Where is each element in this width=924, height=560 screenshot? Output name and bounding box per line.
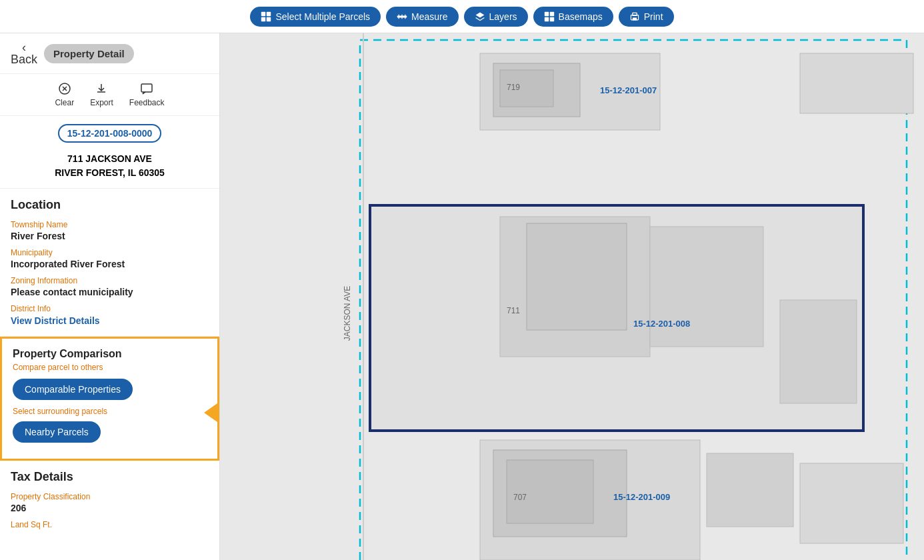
comparable-properties-button[interactable]: Comparable Properties [13, 379, 133, 400]
address-line1: 711 JACKSON AVE [11, 152, 209, 166]
tax-title: Tax Details [11, 470, 209, 484]
svg-rect-1 [267, 11, 271, 15]
export-button[interactable]: Export [90, 82, 113, 107]
zoning-value: Please contact municipality [11, 287, 209, 297]
zoning-label: Zoning Information [11, 276, 209, 285]
svg-rect-10 [549, 11, 553, 15]
municipality-label: Municipality [11, 248, 209, 257]
toolbar: Select Multiple Parcels Measure Layers B… [0, 0, 924, 33]
print-button[interactable]: Print [619, 7, 674, 27]
svg-rect-3 [267, 17, 271, 21]
parcel-id-008: 15-12-201-008 [633, 319, 690, 329]
parcel-short-711: 711 [507, 306, 520, 315]
township-name-label: Township Name [11, 220, 209, 229]
svg-rect-12 [549, 17, 553, 21]
location-section: Location Township Name River Forest Muni… [0, 189, 219, 337]
back-label: Back [11, 53, 37, 65]
panel-header: ‹ Back Property Detail [0, 33, 219, 74]
panel-actions: Clear Export Feedback [0, 74, 219, 116]
street-label: JACKSON AVE [343, 286, 352, 341]
layers-button[interactable]: Layers [464, 7, 528, 27]
left-panel: ‹ Back Property Detail Clear Export [0, 33, 220, 560]
svg-rect-30 [650, 227, 763, 347]
select-multiple-parcels-button[interactable]: Select Multiple Parcels [250, 7, 381, 27]
township-name-value: River Forest [11, 231, 209, 241]
grid-icon [261, 11, 271, 22]
comparison-subtitle: Compare parcel to others [13, 363, 207, 372]
comparison-title: Property Comparison [13, 348, 207, 360]
parcel-short-719: 719 [507, 83, 520, 92]
svg-rect-14 [633, 17, 637, 20]
svg-rect-35 [707, 453, 793, 527]
feedback-button[interactable]: Feedback [129, 82, 165, 107]
svg-rect-11 [544, 17, 548, 21]
parcel-id-009: 15-12-201-009 [613, 492, 670, 502]
parcel-short-707: 707 [513, 493, 527, 502]
measure-icon [397, 11, 407, 22]
map-svg: JACKSON AVE 719 15-12-201-007 711 15-12-… [220, 33, 924, 560]
clear-button[interactable]: Clear [55, 82, 74, 107]
svg-rect-37 [800, 463, 903, 543]
address-line2: RIVER FOREST, IL 60305 [11, 166, 209, 180]
surrounding-label: Select surrounding parcels [13, 407, 207, 416]
svg-rect-36 [800, 53, 913, 113]
basemaps-button[interactable]: Basemaps [533, 7, 613, 27]
main-layout: ‹ Back Property Detail Clear Export [0, 33, 924, 560]
nearby-parcels-button[interactable]: Nearby Parcels [13, 421, 101, 443]
classification-label: Property Classification [11, 492, 209, 501]
parcel-address: 711 JACKSON AVE RIVER FOREST, IL 60305 [0, 149, 219, 189]
clear-icon [58, 82, 71, 95]
location-title: Location [11, 198, 209, 212]
property-detail-badge: Property Detail [44, 44, 134, 63]
svg-rect-29 [527, 223, 627, 330]
basemaps-icon [544, 11, 555, 22]
land-sq-ft-label: Land Sq Ft. [11, 520, 209, 529]
svg-rect-19 [141, 84, 152, 92]
feedback-icon [140, 82, 153, 95]
svg-rect-34 [507, 460, 593, 523]
export-icon [95, 82, 108, 95]
svg-rect-31 [780, 300, 857, 403]
back-arrow: ‹ [22, 41, 26, 53]
classification-value: 206 [11, 503, 209, 513]
parcel-id-007: 15-12-201-007 [600, 85, 657, 95]
back-button[interactable]: ‹ Back [11, 41, 37, 65]
parcel-id-section: 15-12-201-008-0000 [0, 116, 219, 149]
measure-button[interactable]: Measure [386, 7, 458, 27]
svg-rect-2 [261, 17, 265, 21]
print-icon [629, 11, 640, 22]
svg-rect-9 [544, 11, 548, 15]
view-district-details-link[interactable]: View District Details [11, 315, 100, 326]
svg-rect-0 [261, 11, 265, 15]
parcel-id-badge[interactable]: 15-12-201-008-0000 [58, 124, 162, 143]
district-label: District Info [11, 304, 209, 313]
map-area[interactable]: JACKSON AVE 719 15-12-201-007 711 15-12-… [220, 33, 924, 560]
tax-section: Tax Details Property Classification 206 … [0, 461, 219, 540]
comparison-section: Property Comparison Compare parcel to ot… [0, 337, 219, 461]
layers-icon [475, 11, 485, 22]
svg-marker-8 [475, 12, 484, 17]
municipality-value: Incorporated River Forest [11, 259, 209, 269]
